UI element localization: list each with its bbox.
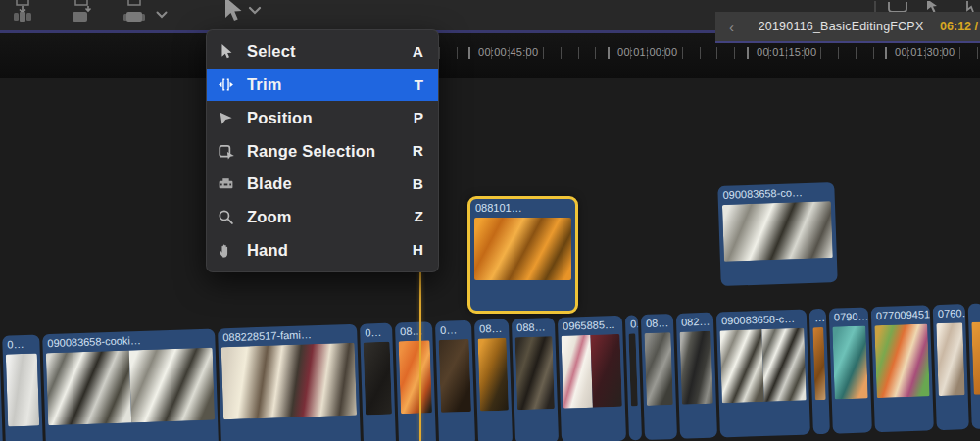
project-name: 20190116_BasicEditingFCPX xyxy=(742,20,940,33)
playhead[interactable] xyxy=(419,271,421,441)
shortcut-key: B xyxy=(413,175,423,193)
clip-thumbnail xyxy=(644,332,672,406)
clip-thumbnail xyxy=(679,331,712,405)
tool-menu: SelectATrimTPositionPRange SelectionRBla… xyxy=(206,29,439,272)
ruler-tick xyxy=(595,47,596,59)
menu-item-zoom[interactable]: ZoomZ xyxy=(207,201,438,234)
timeline-clip[interactable]: 0965885… xyxy=(558,316,626,441)
timeline-clip[interactable]: 088… xyxy=(512,318,559,441)
shortcut-key: P xyxy=(414,109,423,126)
clip-label xyxy=(968,303,980,322)
timeline-clip[interactable]: 0… xyxy=(435,320,475,441)
ruler-tick xyxy=(873,47,874,59)
clip-thumbnail xyxy=(719,328,806,404)
tool-select-button[interactable] xyxy=(220,0,265,30)
back-chevron-icon[interactable]: ‹ xyxy=(715,20,742,34)
menu-item-position[interactable]: PositionP xyxy=(207,101,438,134)
ruler-tick xyxy=(838,47,839,59)
clip-thumbnail xyxy=(221,343,357,419)
ruler-timecode: 00:00:45:00 xyxy=(478,46,538,58)
menu-item-label: Range Selection xyxy=(247,142,413,161)
timeline-clip[interactable]: 090083658-cooki… xyxy=(42,329,219,441)
clip-label: 08… xyxy=(395,321,433,341)
menu-item-blade[interactable]: BladeB xyxy=(207,168,438,201)
menu-item-range-selection[interactable]: Range SelectionR xyxy=(207,134,438,168)
ruler-tick xyxy=(578,47,579,59)
ruler-timecode: 00:01:30:00 xyxy=(895,46,955,58)
clip-thumbnail xyxy=(439,339,471,413)
ruler-tick xyxy=(716,47,717,59)
menu-item-select[interactable]: SelectA xyxy=(207,35,438,69)
timeline-clip[interactable]: 088228517-fami… xyxy=(218,324,361,441)
clip-label: 08… xyxy=(474,319,510,339)
timeline-clip[interactable]: 08… xyxy=(474,319,513,441)
timeline-clip[interactable] xyxy=(968,303,980,428)
timeline-clip[interactable]: 090083658-c… xyxy=(716,309,810,437)
timeline-clip[interactable]: 08… xyxy=(395,321,436,441)
ruler-timecode: 00:01:00:00 xyxy=(617,46,677,58)
shortcut-key: Z xyxy=(415,208,423,225)
menu-item-label: Select xyxy=(247,42,413,61)
menu-item-label: Zoom xyxy=(247,208,415,226)
ruler-tick xyxy=(959,47,960,59)
ruler-tick-major xyxy=(885,47,887,59)
range-selection-icon xyxy=(218,142,247,160)
clip-thumbnail xyxy=(812,327,825,400)
blade-icon xyxy=(218,175,247,192)
menu-item-label: Hand xyxy=(247,241,413,260)
connected-clip[interactable]: 090083658-co… xyxy=(717,182,837,286)
zoom-magnifier-icon xyxy=(218,209,247,225)
clip-thumbnail xyxy=(628,333,637,406)
timeline-clip[interactable]: 08… xyxy=(641,314,677,440)
clip-thumbnail xyxy=(832,325,867,399)
trim-icon xyxy=(218,76,247,93)
clip-label: 0… xyxy=(435,320,472,340)
primary-storyline: 0…090083658-cooki…088228517-fami…0…08…0…… xyxy=(0,303,980,441)
clip-label: 088101… xyxy=(470,199,575,218)
timeline-clip[interactable]: 082… xyxy=(676,313,717,439)
shortcut-key: R xyxy=(413,142,423,160)
insert-edit-icon[interactable] xyxy=(69,0,94,28)
ruler-tick xyxy=(561,47,562,59)
ruler-tick xyxy=(439,47,440,59)
ruler-tick xyxy=(856,47,857,59)
clip-thumbnail xyxy=(399,340,432,414)
chevron-down-icon[interactable] xyxy=(155,6,169,24)
menu-item-label: Blade xyxy=(247,174,413,193)
ruler-tick xyxy=(734,47,735,59)
clip-label: 0… xyxy=(360,323,393,343)
timeline-clip[interactable]: … xyxy=(809,309,830,434)
menu-item-hand[interactable]: HandH xyxy=(207,233,438,267)
ruler-tick-major xyxy=(747,47,749,59)
timeline-clip[interactable]: 0… xyxy=(2,334,43,441)
timeline-clip[interactable]: 0… xyxy=(625,315,642,440)
shortcut-key: T xyxy=(415,76,423,94)
clip-thumbnail xyxy=(874,323,929,398)
connect-edit-icon[interactable] xyxy=(10,0,35,28)
append-edit-icon[interactable] xyxy=(122,0,147,28)
menu-item-trim[interactable]: TrimT xyxy=(207,69,438,102)
clip-thumbnail xyxy=(6,354,39,427)
timeline-clip[interactable]: 0790… xyxy=(829,307,872,433)
ruler-tick xyxy=(682,47,683,59)
ruler-tick xyxy=(543,47,544,59)
connected-clip-selected[interactable]: 088101… xyxy=(467,196,578,314)
clip-thumbnail xyxy=(478,338,509,412)
shortcut-key: A xyxy=(413,43,423,61)
clip-label: 088… xyxy=(512,318,556,337)
clip-thumbnail xyxy=(971,322,980,395)
timeline-clip[interactable]: 0… xyxy=(360,323,396,441)
clip-thumbnail xyxy=(46,348,215,426)
clip-label: … xyxy=(809,309,827,328)
project-titlebar: ‹ 20190116_BasicEditingFCPX 06:12 / xyxy=(715,12,980,43)
clip-thumbnail xyxy=(474,218,571,280)
timeline-clip[interactable]: 0760… xyxy=(933,304,969,430)
clip-label xyxy=(0,336,1,355)
ruler-tick xyxy=(977,47,978,59)
select-cursor-icon xyxy=(218,43,247,60)
clip-thumbnail xyxy=(364,342,392,416)
ruler-timecode: 00:01:15:00 xyxy=(757,46,816,58)
shortcut-key: H xyxy=(413,241,423,259)
timeline-clip[interactable]: 077009451… xyxy=(871,305,934,432)
fcpx-window: 00:00:45:0000:01:00:0000:01:15:0000:01:3… xyxy=(0,0,980,441)
